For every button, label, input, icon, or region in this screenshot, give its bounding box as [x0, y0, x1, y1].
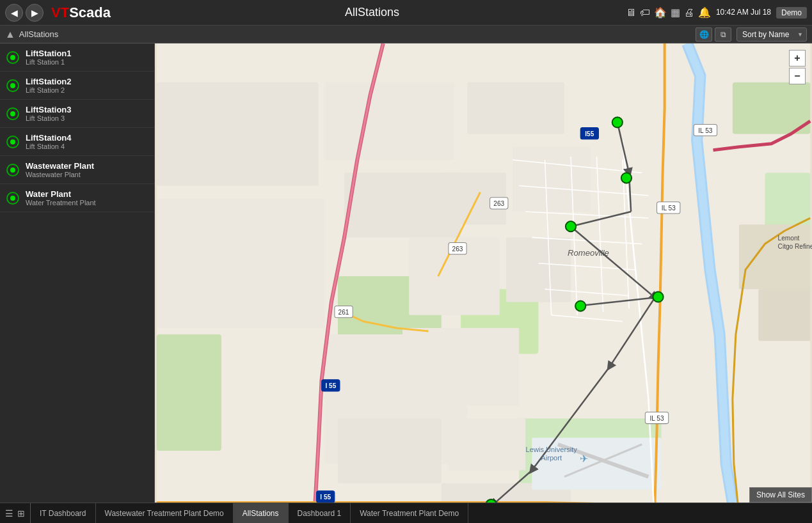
map-marker-ls4	[575, 301, 585, 311]
home-icon[interactable]: 🏠	[654, 6, 667, 19]
tab-water-treatment-demo[interactable]: Water Treatment Plant Demo	[351, 503, 468, 523]
status-icon-liftstation4	[6, 136, 19, 148]
station-text-wastewaterplant: Wastewater Plant Wastewater Plant	[26, 161, 94, 178]
map-marker-ls2	[621, 173, 632, 183]
station-name-liftstation3: LiftStation3	[26, 105, 72, 114]
svg-rect-18	[402, 328, 519, 405]
svg-text:261: 261	[338, 309, 349, 316]
main-content: LiftStation1 Lift Station 1 LiftStation2…	[0, 43, 812, 503]
topbar: ◀ ▶ VTScada AllStations 🖥 🏷 🏠 ▦ 🖨 🔔 10:4…	[0, 0, 812, 26]
sidebar-item-wastewaterplant[interactable]: Wastewater Plant Wastewater Plant	[0, 156, 154, 184]
svg-text:I 55: I 55	[325, 382, 336, 389]
svg-text:I 55: I 55	[320, 494, 331, 501]
sidebar-item-liftstation1[interactable]: LiftStation1 Lift Station 1	[0, 43, 154, 72]
breadcrumb-up-icon[interactable]: ▲	[5, 29, 15, 40]
bottom-tabs: ☰ ⊞ IT Dashboard Wastewater Treatment Pl…	[0, 503, 812, 523]
tab-icons: ☰ ⊞	[0, 503, 31, 523]
station-sub-liftstation2: Lift Station 2	[26, 86, 72, 94]
sort-select[interactable]: Sort by Name Sort by Status Sort by Type	[736, 27, 807, 42]
zoom-in-button[interactable]: +	[789, 50, 806, 66]
citgo-label2: Citgo Refinery	[778, 243, 812, 250]
tab-allstations[interactable]: AllStations	[234, 503, 289, 523]
status-icon-liftstation1	[6, 51, 19, 64]
airport-icon: ✈	[580, 453, 588, 464]
svg-text:I55: I55	[585, 130, 594, 137]
svg-text:263: 263	[452, 246, 463, 253]
vt-part: VT	[51, 4, 69, 20]
sidebar: LiftStation1 Lift Station 1 LiftStation2…	[0, 43, 155, 503]
svg-text:IL 53: IL 53	[649, 415, 664, 422]
breadcrumb-bar: ▲ AllStations 🌐 ⧉ Sort by Name Sort by S…	[0, 26, 812, 43]
station-text-liftstation3: LiftStation3 Lift Station 3	[26, 105, 72, 122]
topbar-right: 🖥 🏷 🏠 ▦ 🖨 🔔 10:42 AM Jul 18 Demo	[626, 6, 807, 19]
sort-wrapper: Sort by Name Sort by Status Sort by Type	[736, 27, 807, 42]
vtscada-logo: VTScada	[51, 4, 111, 21]
svg-rect-22	[739, 224, 810, 289]
station-text-liftstation2: LiftStation2 Lift Station 2	[26, 77, 72, 94]
print-icon[interactable]: 🖨	[684, 7, 694, 19]
map-zoom-controls: + −	[789, 50, 806, 84]
breadcrumb: AllStations	[19, 29, 58, 39]
grid-view-icon[interactable]: ⊞	[17, 508, 25, 519]
station-name-wastewaterplant: Wastewater Plant	[26, 161, 94, 171]
map-marker-ls3	[566, 221, 576, 231]
map-marker-ls1	[612, 117, 623, 127]
nav-buttons: ◀ ▶	[5, 4, 44, 22]
svg-rect-13	[467, 82, 564, 134]
svg-text:IL 53: IL 53	[662, 205, 676, 212]
map-container: ✈ Romeoville Lemont Lemont Citgo Refiner…	[155, 43, 812, 503]
globe-toggle-button[interactable]: 🌐	[696, 27, 712, 42]
svg-rect-2	[733, 82, 810, 134]
map-area[interactable]: ✈ Romeoville Lemont Lemont Citgo Refiner…	[155, 43, 812, 503]
layers-toggle-button[interactable]: ⧉	[715, 27, 731, 42]
station-sub-liftstation3: Lift Station 3	[26, 114, 72, 122]
station-sub-wastewaterplant: Wastewater Plant	[26, 171, 94, 178]
station-name-liftstation4: LiftStation4	[26, 133, 72, 143]
romeoville-label: Romeoville	[568, 248, 609, 258]
map-svg: ✈ Romeoville Lemont Lemont Citgo Refiner…	[155, 43, 812, 503]
back-button[interactable]: ◀	[5, 4, 23, 22]
svg-rect-6	[157, 334, 221, 451]
svg-rect-8	[325, 82, 454, 160]
svg-rect-20	[448, 419, 525, 471]
tag-icon[interactable]: 🏷	[640, 7, 650, 19]
tab-dashboard1[interactable]: Dashboard 1	[289, 503, 351, 523]
station-sub-waterplant: Water Treatment Plant	[26, 199, 96, 207]
show-all-sites-button[interactable]: Show All Sites	[749, 487, 812, 503]
sidebar-item-liftstation3[interactable]: LiftStation3 Lift Station 3	[0, 100, 154, 128]
station-text-liftstation1: LiftStation1 Lift Station 1	[26, 49, 72, 66]
sidebar-item-liftstation4[interactable]: LiftStation4 Lift Station 4	[0, 128, 154, 156]
station-text-liftstation4: LiftStation4 Lift Station 4	[26, 133, 72, 150]
toolbar-icons: 🖥 🏷 🏠 ▦ 🖨 🔔	[626, 6, 711, 19]
station-name-waterplant: Water Plant	[26, 189, 96, 199]
status-icon-waterplant	[6, 192, 19, 205]
status-icon-wastewaterplant	[6, 164, 19, 176]
tab-it-dashboard[interactable]: IT Dashboard	[31, 503, 96, 523]
station-name-liftstation1: LiftStation1	[26, 49, 72, 58]
grid-icon[interactable]: ▦	[671, 6, 680, 19]
zoom-out-button[interactable]: −	[789, 68, 806, 84]
svg-text:IL 53: IL 53	[698, 127, 712, 134]
status-icon-liftstation3	[6, 107, 19, 120]
sidebar-item-waterplant[interactable]: Water Plant Water Treatment Plant	[0, 184, 154, 212]
station-sub-liftstation4: Lift Station 4	[26, 143, 72, 150]
svg-rect-12	[157, 199, 325, 328]
map-toggle-buttons: 🌐 ⧉	[696, 27, 731, 42]
page-title: AllStations	[118, 6, 626, 19]
map-marker-wwplant	[653, 292, 663, 302]
airport-label: Lewis University	[526, 446, 578, 453]
svg-rect-14	[513, 147, 590, 212]
svg-rect-19	[338, 419, 442, 483]
list-view-icon[interactable]: ☰	[5, 508, 13, 519]
svg-rect-17	[506, 237, 571, 302]
tab-wastewater-demo[interactable]: Wastewater Treatment Plant Demo	[96, 503, 234, 523]
forward-button[interactable]: ▶	[26, 4, 44, 22]
svg-rect-23	[758, 289, 810, 341]
monitor-icon[interactable]: 🖥	[626, 7, 636, 19]
station-sub-liftstation1: Lift Station 1	[26, 58, 72, 66]
svg-text:263: 263	[493, 200, 504, 207]
airport-label2: Airport	[541, 454, 562, 462]
bell-icon[interactable]: 🔔	[698, 6, 711, 19]
sidebar-item-liftstation2[interactable]: LiftStation2 Lift Station 2	[0, 72, 154, 100]
svg-rect-11	[157, 82, 319, 186]
